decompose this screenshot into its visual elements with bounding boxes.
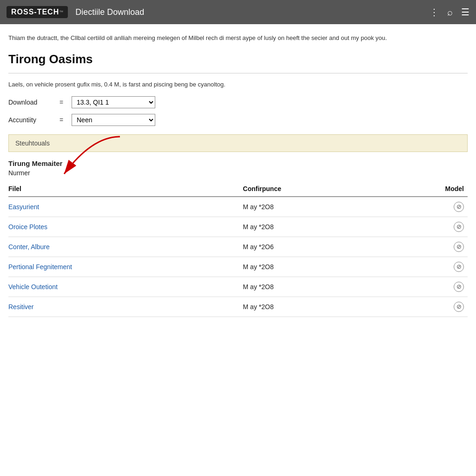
cell-model-1: ⊘ [389, 197, 468, 217]
model-icon-2: ⊘ [454, 222, 464, 232]
header-title: Diectiile Download [75, 7, 422, 17]
table-section-sub: Nurmer [8, 169, 468, 177]
file-link-4[interactable]: Pertional Fegnitement [8, 263, 72, 271]
table-row: Conter, Albure M ay *2O6 ⊘ [8, 237, 468, 257]
table-row: Oroice Plotes M ay *2O8 ⊘ [8, 217, 468, 237]
table-header-row: Filel Confirpunce Model [8, 182, 468, 197]
cell-confirm-3: M ay *2O6 [243, 237, 390, 257]
model-icon-1: ⊘ [454, 202, 464, 212]
banner: Steuhtouals [8, 134, 468, 152]
form-label-download: Download [8, 99, 60, 106]
model-icon-6: ⊘ [454, 302, 464, 312]
banner-text: Steuhtouals [15, 139, 50, 147]
file-link-1[interactable]: Easyurient [8, 203, 39, 211]
logo-text: ROSS-TECH [11, 8, 59, 16]
table-head: Filel Confirpunce Model [8, 182, 468, 197]
file-link-5[interactable]: Vehicle Outetiont [8, 283, 58, 291]
cell-confirm-1: M ay *2O8 [243, 197, 390, 217]
divider [8, 73, 468, 73]
cell-confirm-4: M ay *2O8 [243, 257, 390, 277]
search-icon[interactable]: ⌕ [447, 7, 453, 18]
sub-intro: Laels, on vehicle prosent gufix mis, 0.4… [8, 81, 468, 88]
download-select[interactable]: 13.3, QI1 1 [72, 96, 155, 108]
cell-confirm-6: M ay *2O8 [243, 297, 390, 317]
cell-model-5: ⊘ [389, 277, 468, 297]
model-icon-5: ⊘ [454, 282, 464, 292]
cell-confirm-2: M ay *2O8 [243, 217, 390, 237]
table-row: Easyurient M ay *2O8 ⊘ [8, 197, 468, 217]
cell-model-6: ⊘ [389, 297, 468, 317]
model-icon-4: ⊘ [454, 262, 464, 272]
col-header-model: Model [389, 182, 468, 197]
accuntiity-select[interactable]: Neen [72, 114, 155, 126]
file-link-6[interactable]: Resitiver [8, 303, 33, 311]
header: ROSS-TECH™ Diectiile Download ⋮ ⌕ ☰ [0, 0, 476, 24]
table-body: Easyurient M ay *2O8 ⊘ Oroice Plotes M a… [8, 197, 468, 317]
form-label-accuntiity: Accuntiity [8, 116, 60, 124]
intro-paragraph: Thiam the dutractt, the Cllbal certiild … [8, 33, 468, 43]
table-row: Pertional Fegnitement M ay *2O8 ⊘ [8, 257, 468, 277]
col-header-file: Filel [8, 182, 243, 197]
cell-file-4: Pertional Fegnitement [8, 257, 243, 277]
logo-tm: ™ [59, 10, 63, 14]
cell-file-5: Vehicle Outetiont [8, 277, 243, 297]
file-link-3[interactable]: Conter, Albure [8, 243, 50, 251]
more-icon[interactable]: ⋮ [430, 7, 439, 18]
cell-file-2: Oroice Plotes [8, 217, 243, 237]
table-section-title: Tirung Memaiter [8, 159, 468, 167]
cell-model-3: ⊘ [389, 237, 468, 257]
cell-file-3: Conter, Albure [8, 237, 243, 257]
cell-confirm-5: M ay *2O8 [243, 277, 390, 297]
form-equals-accuntiity: = [60, 116, 69, 124]
menu-icon[interactable]: ☰ [461, 7, 469, 18]
file-link-2[interactable]: Oroice Plotes [8, 223, 47, 231]
cell-model-4: ⊘ [389, 257, 468, 277]
table-section-subtitle: Nurmer [8, 169, 30, 177]
cell-file-6: Resitiver [8, 297, 243, 317]
table-row: Vehicle Outetiont M ay *2O8 ⊘ [8, 277, 468, 297]
table-row: Resitiver M ay *2O8 ⊘ [8, 297, 468, 317]
section-title: Tirong Oasims [8, 52, 468, 66]
logo: ROSS-TECH™ [7, 6, 68, 18]
col-header-confirm: Confirpunce [243, 182, 390, 197]
file-table: Filel Confirpunce Model Easyurient M ay … [8, 182, 468, 317]
model-icon-3: ⊘ [454, 242, 464, 252]
main-content: Thiam the dutractt, the Cllbal certiild … [0, 24, 476, 326]
cell-model-2: ⊘ [389, 217, 468, 237]
header-icons: ⋮ ⌕ ☰ [430, 7, 469, 18]
form-equals-download: = [60, 99, 69, 106]
table-section-header: Tirung Memaiter Nurmer [8, 159, 468, 177]
form-row-accuntiity: Accuntiity = Neen [8, 114, 468, 126]
form-row-download: Download = 13.3, QI1 1 [8, 96, 468, 108]
cell-file-1: Easyurient [8, 197, 243, 217]
